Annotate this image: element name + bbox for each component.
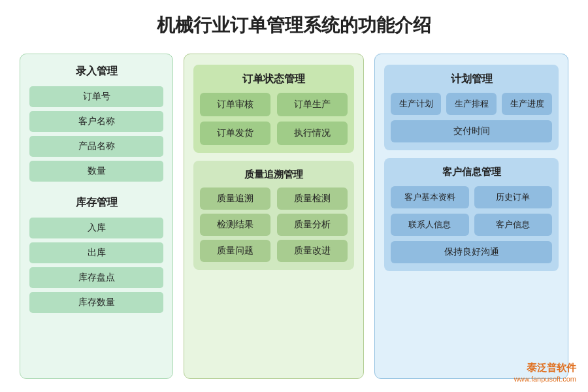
left-item-6[interactable]: 出库 <box>29 242 163 263</box>
customer-btn-goodcomm[interactable]: 保持良好沟通 <box>391 241 552 263</box>
order-btn-row2: 订单发货 执行情况 <box>200 122 348 145</box>
customer-btn-row2: 联系人信息 客户信息 <box>391 214 552 236</box>
page-title: 机械行业订单管理系统的功能介绍 <box>157 13 431 38</box>
quality-btn-analysis[interactable]: 质量分析 <box>277 214 348 236</box>
plan-btn-delivery[interactable]: 交付时间 <box>391 120 552 142</box>
left-column: 录入管理 订单号 客户名称 产品名称 数量 库存管理 入库 出库 库存盘点 库存… <box>20 54 173 379</box>
left-item-8[interactable]: 库存数量 <box>29 292 163 313</box>
order-btn-exec[interactable]: 执行情况 <box>277 122 348 145</box>
plan-btn-schedule[interactable]: 生产排程 <box>446 93 497 115</box>
left-item-4[interactable]: 数量 <box>29 161 163 182</box>
left-item-5[interactable]: 入库 <box>29 218 163 238</box>
right-column: 计划管理 生产计划 生产排程 生产进度 交付时间 客户信息管理 客户基本资料 历… <box>374 54 568 379</box>
quality-btn-row3: 质量问题 质量改进 <box>200 240 348 262</box>
left-item-3[interactable]: 产品名称 <box>29 136 163 157</box>
quality-btn-problem[interactable]: 质量问题 <box>200 240 270 262</box>
customer-btn-row1: 客户基本资料 历史订单 <box>391 186 552 208</box>
quality-btn-detect[interactable]: 质量检测 <box>277 188 348 210</box>
customer-btn-contact[interactable]: 联系人信息 <box>391 214 468 236</box>
customer-btn-basic[interactable]: 客户基本资料 <box>391 186 468 208</box>
left-item-7[interactable]: 库存盘点 <box>29 267 163 288</box>
plan-btn-row: 生产计划 生产排程 生产进度 <box>391 93 552 115</box>
quality-btn-row1: 质量追溯 质量检测 <box>200 188 348 210</box>
left-item-2[interactable]: 客户名称 <box>29 111 163 132</box>
order-btn-audit[interactable]: 订单审核 <box>200 93 270 116</box>
customer-section: 客户信息管理 客户基本资料 历史订单 联系人信息 客户信息 保持良好沟通 <box>384 158 559 271</box>
customer-btn-history[interactable]: 历史订单 <box>474 186 552 208</box>
quality-title: 质量追溯管理 <box>200 169 348 181</box>
order-status-title: 订单状态管理 <box>200 73 348 86</box>
order-status-section: 订单状态管理 订单审核 订单生产 订单发货 执行情况 <box>193 65 354 153</box>
quality-section: 质量追溯管理 质量追溯 质量检测 检测结果 质量分析 质量问题 质量改进 <box>193 161 354 270</box>
left-item-1[interactable]: 订单号 <box>29 86 163 107</box>
left-section2-title: 库存管理 <box>29 196 163 210</box>
plan-btn-prod[interactable]: 生产计划 <box>391 93 441 115</box>
watermark-url: www.fanpusoft.com <box>514 375 576 383</box>
quality-btn-result[interactable]: 检测结果 <box>200 214 270 236</box>
order-btn-ship[interactable]: 订单发货 <box>200 122 270 145</box>
left-section1-title: 录入管理 <box>29 65 163 78</box>
main-columns: 录入管理 订单号 客户名称 产品名称 数量 库存管理 入库 出库 库存盘点 库存… <box>20 54 568 379</box>
watermark-logo: 泰泛普软件 <box>527 361 576 375</box>
quality-btn-improve[interactable]: 质量改进 <box>277 240 348 262</box>
customer-btn-info[interactable]: 客户信息 <box>474 214 552 236</box>
quality-btn-row2: 检测结果 质量分析 <box>200 214 348 236</box>
plan-title: 计划管理 <box>391 73 552 86</box>
plan-section: 计划管理 生产计划 生产排程 生产进度 交付时间 <box>384 65 559 150</box>
plan-btn-progress[interactable]: 生产进度 <box>502 93 552 115</box>
order-btn-row1: 订单审核 订单生产 <box>200 93 348 116</box>
quality-btn-trace[interactable]: 质量追溯 <box>200 188 270 210</box>
watermark: 泰泛普软件 www.fanpusoft.com <box>514 361 576 383</box>
customer-title: 客户信息管理 <box>391 166 552 178</box>
order-btn-produce[interactable]: 订单生产 <box>277 93 348 116</box>
mid-column: 订单状态管理 订单审核 订单生产 订单发货 执行情况 质量追溯管理 质量追溯 质… <box>184 54 364 379</box>
